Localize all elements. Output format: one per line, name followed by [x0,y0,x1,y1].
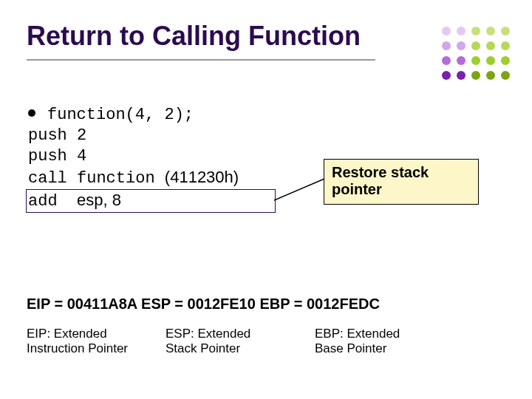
code-block: function(4, 2); push 2 push 4 call funct… [28,103,239,212]
slide-title: Return to Calling Function [27,21,361,52]
bullet-icon [28,109,35,117]
code-line-4: call function (411230h) [28,167,239,189]
register-definitions: EIP: Extended Instruction Pointer ESP: E… [27,327,499,355]
decorative-dot-grid [442,27,511,81]
callout-box: Restore stack pointer [324,159,479,205]
code-line-1: function(4, 2); [28,103,239,126]
callout-line-1: Restore stack [332,164,471,181]
code-line-5: add esp, 8 [28,190,239,212]
def-esp: ESP: Extended Stack Pointer [166,327,291,355]
title-underline [27,59,375,61]
def-ebp: EBP: Extended Base Pointer [315,327,455,355]
callout-connector [274,177,326,202]
def-esp-l1: ESP: Extended [166,327,291,341]
def-esp-l2: Stack Pointer [166,341,291,356]
code-line-2: push 2 [28,126,239,146]
def-ebp-l2: Base Pointer [315,341,455,356]
registers-line: EIP = 00411A8A ESP = 0012FE10 EBP = 0012… [27,296,380,313]
code-line-3: push 4 [28,146,239,167]
slide: Return to Calling Function function(4, 2… [0,0,532,399]
def-eip-l1: EIP: Extended [27,327,152,341]
def-eip: EIP: Extended Instruction Pointer [27,327,152,355]
def-eip-l2: Instruction Pointer [27,341,152,356]
svg-line-0 [274,179,324,200]
callout-line-2: pointer [332,181,471,198]
def-ebp-l1: EBP: Extended [315,327,455,341]
